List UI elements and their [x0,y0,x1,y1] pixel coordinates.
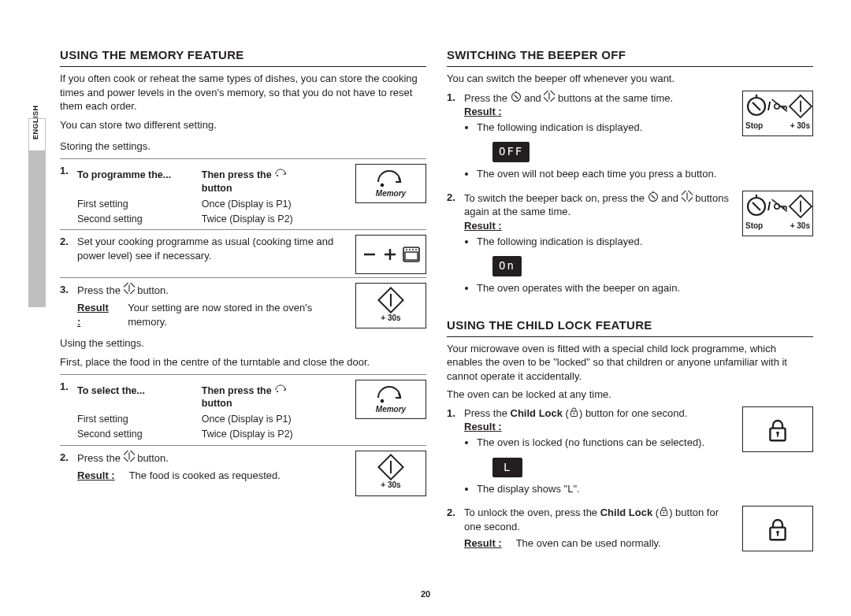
cstep1-b: Child Lock [511,407,563,419]
bstep1-m: and [524,92,544,104]
lock-button-illustration [742,506,813,551]
bstep1-a: Press the [464,92,511,104]
bstep2-a: To switch the beeper back on, press the [464,192,648,204]
memory-intro-2: You can store two different setting. [60,118,426,132]
plus30s-label: + 30s [381,480,400,491]
result-label: Result : [464,220,502,232]
left-column: USING THE MEMORY FEATURE If you often co… [60,47,426,592]
cstep2-a: To unlock the oven, press the [464,507,600,518]
memory-intro-1: If you often cook or reheat the same typ… [60,72,426,113]
ustep2-a: Press the [77,452,124,464]
display-off: OFF [492,142,530,162]
using-heading: Using the settings. [60,336,426,351]
memory-icon [375,168,407,187]
b-bul: The oven operates with the beeper on aga… [477,281,734,295]
start-diamond-icon [124,451,135,462]
plus30s-label: + 30s [381,313,400,324]
cstep1-d: ) button for one second. [579,407,687,419]
cstep2-result: The oven can be used normally. [516,536,661,551]
step-number: 1. [60,380,71,443]
display-L: L [492,458,522,478]
step-number: 1. [447,91,458,186]
c-bul: The oven is locked (no functions can be … [477,436,734,450]
step3-b: button. [137,284,169,296]
plus30s-label: + 30s [790,121,810,132]
memory-button-illustration: Memory [355,164,426,203]
tbl2-h1: To select the... [77,385,145,396]
svg-text:/: / [767,199,771,213]
start-diamond-icon [380,456,402,478]
tbl-cell: Once (Display is P1) [202,412,347,427]
tbl-cell: Second setting [77,427,202,442]
manual-page: ENGLISH USING THE MEMORY FEATURE If you … [0,0,851,616]
result-label: Result : [464,421,502,432]
child-lock-section: USING THE CHILD LOCK FEATURE Your microw… [447,317,813,552]
start-diamond-icon [124,283,135,294]
result-label: Result : [464,536,502,551]
memory-icon-label: Memory [376,188,406,199]
cstep2-b: Child Lock [600,507,652,518]
stop-keyoff-diamond-icon: / [745,195,810,219]
start-diamond-icon [682,191,693,202]
bstep2-m: and [661,192,681,204]
start-diamond-icon [544,91,555,102]
bstep1-b: buttons at the same time. [558,92,673,104]
cstep1-c: ( [563,407,569,419]
cstep1-a: Press the [464,407,511,419]
heading-beeper: SWITCHING THE BEEPER OFF [447,47,813,63]
start-plus30s-illustration: + 30s [355,451,426,496]
ustep2-result: The food is cooked as requested. [129,469,281,483]
memory-icon [274,169,287,178]
stop-keyoff-diamond-icon: / [745,95,810,119]
tbl1-h2b: button [202,183,232,194]
child-intro-1: Your microwave oven is fitted with a spe… [447,342,813,384]
minus-plus-oven-illustration [355,235,426,274]
stop-icon [648,191,659,202]
step-number: 2. [447,191,458,300]
language-tab: ENGLISH [28,118,46,307]
c-bul: The display shows "L". [477,482,734,496]
tbl-cell: Twice (Display is P2) [202,212,347,227]
tbl-cell: Once (Display is P1) [202,197,347,212]
lock-icon [764,416,791,443]
memory-button-illustration: Memory [355,380,426,419]
stop-plus30s-illustration: / Stop + 30s [742,191,813,236]
using-intro: First, place the food in the centre of t… [60,355,426,369]
right-column: SWITCHING THE BEEPER OFF You can switch … [447,47,813,592]
tbl1-h1: To programme the... [77,169,171,180]
b-bul: The following indication is displayed. [477,121,734,135]
display-on: On [492,256,522,276]
start-diamond-icon [380,289,402,311]
lock-icon [569,406,579,417]
stop-icon [511,91,522,102]
b-bul: The oven will not beep each time you pre… [477,167,734,181]
tbl-cell: First setting [77,412,202,427]
child-intro-2: The oven can be locked at any time. [447,388,813,402]
step-number: 1. [60,164,71,227]
heading-memory: USING THE MEMORY FEATURE [60,47,426,63]
language-tab-bar [29,150,45,306]
step-number: 2. [60,451,71,482]
page-number: 20 [0,589,851,599]
step2-text: Set your cooking programme as usual (coo… [77,235,347,262]
step3-a: Press the [77,284,124,296]
beeper-intro: You can switch the beeper off whenever y… [447,72,813,86]
lock-button-illustration [742,406,813,452]
lock-icon [659,506,669,516]
plus30s-label: + 30s [790,221,810,232]
tbl2-h2: Then press the [202,385,272,396]
tbl1-h2: Then press the [202,169,272,180]
result-label: Result : [77,469,115,483]
lock-icon [764,515,791,542]
ustep2-b: button. [137,452,169,464]
stop-label: Stop [745,121,763,132]
memory-icon [375,384,407,403]
heading-child-lock: USING THE CHILD LOCK FEATURE [447,317,813,333]
cstep2-c: ( [652,507,659,518]
tbl-cell: Second setting [77,212,202,227]
beeper-section: SWITCHING THE BEEPER OFF You can switch … [447,47,813,300]
b-bul: The following indication is displayed. [477,235,734,249]
select-table: To select the... Then press the button F… [77,383,347,443]
start-plus30s-illustration: + 30s [355,283,426,328]
svg-text:/: / [767,99,771,113]
